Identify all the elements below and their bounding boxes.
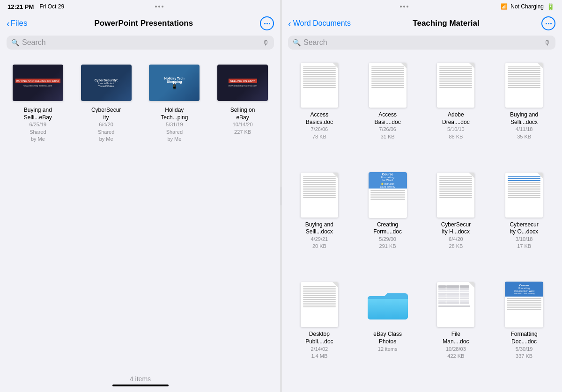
mic-icon[interactable]: 🎙 (544, 39, 551, 47)
right-search-bar[interactable]: 🔍 Search 🎙 (288, 36, 555, 50)
ppt-preview: CyberSecurity: How to Protect Yourself O… (81, 65, 132, 101)
left-nav-bar: ‹ Files PowerPoint Presentations (0, 13, 281, 34)
svg-rect-1 (368, 296, 408, 319)
list-item[interactable]: AccessBasics.doc 7/26/06 78 KB (285, 58, 354, 168)
file-name: CyberSecurity H...docx (441, 221, 471, 236)
file-thumbnail: Course Formatting Documents in Word Inst… (498, 281, 550, 328)
right-panel: 📶 Not Charging 🔋 ‹ Word Documents Teachi… (281, 0, 562, 392)
file-size: 12 items (378, 346, 398, 353)
left-back-button[interactable]: ‹ Files (7, 19, 28, 28)
file-date: 5/29/00 (379, 236, 396, 243)
list-item[interactable]: FileMan....doc 10/28/03 422 KB (422, 277, 490, 387)
file-name: eBay ClassPhotos (373, 331, 402, 345)
doc-preview (301, 173, 338, 218)
search-icon: 🔍 (11, 39, 19, 46)
list-item[interactable]: Buying andSelli...docx 4/11/18 35 KB (490, 58, 558, 168)
chevron-left-icon: ‹ (7, 19, 10, 28)
file-name: DesktopPubli....doc (305, 331, 333, 345)
left-panel: 12:21 PM Fri Oct 29 ‹ Files PowerPoint P… (0, 0, 281, 392)
list-item[interactable]: Holiday TechShopping 📱 HolidayTech...pin… (140, 58, 209, 367)
list-item[interactable]: AdobeDrea....doc 5/10/10 88 KB (422, 58, 490, 168)
file-date: 4/11/18 (516, 126, 533, 133)
file-thumbnail: SELLING ON EBAY www.teaching-material.co… (217, 62, 268, 104)
doc-preview (369, 63, 407, 108)
left-search-placeholder: Search (22, 38, 259, 47)
right-back-label[interactable]: Word Documents (293, 19, 351, 28)
doc-preview (301, 282, 338, 327)
right-file-grid: AccessBasics.doc 7/26/06 78 KB AccessBas… (281, 53, 562, 392)
right-more-button[interactable] (541, 16, 555, 30)
doc-preview (437, 173, 474, 218)
list-item[interactable]: DesktopPubli....doc 2/14/02 1.4 MB (285, 277, 354, 387)
file-name: HolidayTech...ping (161, 107, 188, 121)
file-name: Buying andSelli...docx (510, 111, 538, 126)
left-search-bar[interactable]: 🔍 Search 🎙 (7, 36, 274, 50)
search-icon: 🔍 (293, 39, 301, 46)
file-size: 17 KB (517, 243, 531, 250)
file-date: 3/10/18 (516, 236, 533, 243)
status-dots (155, 6, 163, 7)
file-thumbnail (294, 281, 345, 328)
folder-icon (367, 288, 409, 321)
file-meta: Sharedby Me (166, 129, 183, 143)
status-icons: 📶 Not Charging 🔋 (501, 3, 555, 10)
list-item[interactable]: CyberSecurity H...docx 6/4/20 28 KB (422, 168, 490, 278)
left-file-grid: BUYING AND SELLING ON EBAY www.teaching-… (0, 53, 281, 371)
doc-preview (301, 63, 338, 108)
file-thumbnail: Holiday TechShopping 📱 (148, 62, 200, 104)
time: 12:21 PM (7, 3, 34, 10)
file-name: AdobeDrea....doc (442, 111, 470, 126)
left-back-label: Files (11, 19, 28, 28)
left-status-bar: 12:21 PM Fri Oct 29 (0, 0, 281, 13)
file-size: 291 KB (379, 243, 396, 250)
file-meta: Sharedby Me (98, 129, 114, 143)
file-name: Buying andSelli...eBay (24, 107, 52, 121)
list-item[interactable]: Cybersecurity O...docx 3/10/18 17 KB (490, 168, 558, 278)
wifi-icon: 📶 (501, 3, 508, 10)
doc-preview (505, 173, 543, 218)
file-date: 5/30/19 (516, 346, 533, 353)
file-name: AccessBasi....doc (375, 111, 401, 126)
list-item[interactable]: Course Formatting for Word ⭐ Instructor:… (354, 168, 422, 278)
left-nav-title: PowerPoint Presentations (28, 19, 260, 28)
file-date: 2/14/02 (311, 346, 328, 353)
file-size: 28 KB (449, 243, 463, 250)
file-thumbnail (430, 281, 481, 328)
divider-handle (281, 187, 281, 205)
left-more-button[interactable] (260, 16, 274, 30)
file-name: Buying andSelli...docx (305, 221, 333, 236)
ppt-preview: Holiday TechShopping 📱 (149, 65, 200, 101)
list-item[interactable]: SELLING ON EBAY www.teaching-material.co… (208, 58, 277, 367)
list-item[interactable]: BUYING AND SELLING ON EBAY www.teaching-… (4, 58, 72, 367)
doc-preview (505, 63, 543, 108)
file-date: 7/26/06 (379, 126, 396, 133)
file-thumbnail (294, 62, 345, 109)
file-thumbnail (498, 62, 550, 109)
doc-preview (437, 63, 474, 108)
status-dots (400, 6, 408, 7)
file-name: FileMan....doc (443, 331, 469, 345)
file-date: 7/26/06 (311, 126, 328, 133)
file-name: AccessBasics.doc (306, 111, 333, 126)
list-item[interactable]: Buying andSelli...docx 4/29/21 20 KB (285, 168, 354, 278)
file-date: 5/10/10 (447, 126, 465, 133)
doc-preview (437, 282, 474, 327)
list-item[interactable]: Course Formatting Documents in Word Inst… (490, 277, 558, 387)
file-thumbnail: Course Formatting for Word ⭐ Instructor:… (362, 172, 414, 218)
list-item[interactable]: AccessBasi....doc 7/26/06 31 KB (354, 58, 422, 168)
battery-icon: 🔋 (547, 3, 555, 10)
list-item[interactable]: CyberSecurity: How to Protect Yourself O… (72, 58, 140, 367)
file-meta: Sharedby Me (30, 129, 46, 143)
more-dots-icon (546, 23, 552, 24)
file-thumbnail (430, 172, 481, 218)
file-size: 35 KB (517, 133, 531, 140)
right-nav-bar: ‹ Word Documents Teaching Material (281, 13, 562, 34)
file-name: Selling oneBay (230, 107, 255, 121)
right-nav-title: Teaching Material (351, 19, 541, 28)
file-meta: 227 KB (234, 129, 251, 136)
file-thumbnail (362, 62, 414, 109)
right-status-bar: 📶 Not Charging 🔋 (281, 0, 562, 13)
list-item[interactable]: eBay ClassPhotos 12 items (354, 277, 422, 387)
file-date: 5/31/19 (166, 121, 183, 128)
mic-icon[interactable]: 🎙 (262, 39, 269, 47)
